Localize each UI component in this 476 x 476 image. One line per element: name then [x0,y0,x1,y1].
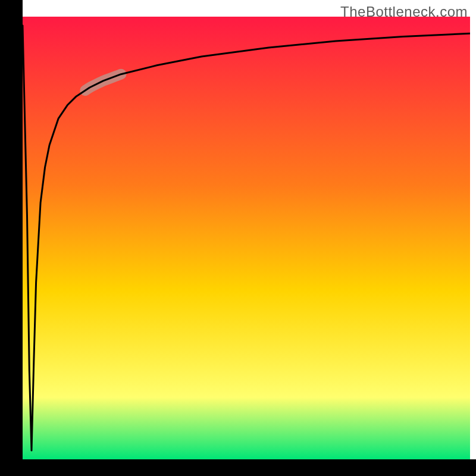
watermark-label: TheBottleneck.com [340,4,468,20]
x-axis [0,459,476,476]
bottleneck-chart [0,0,476,476]
chart-stage: TheBottleneck.com [0,0,476,476]
y-axis [0,0,23,476]
